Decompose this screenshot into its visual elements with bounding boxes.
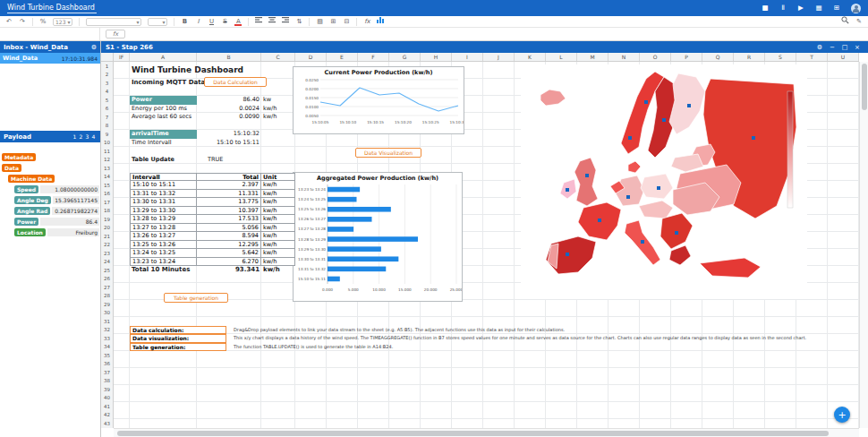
row-header-21[interactable]: 21 (101, 232, 113, 241)
pause-icon[interactable]: Ⅱ (774, 0, 792, 16)
text-color-icon[interactable]: A (234, 16, 242, 27)
interval-table-cell[interactable]: 13:28 to 13:29 (130, 215, 197, 224)
vertical-scrollbar-thumb[interactable] (862, 64, 867, 110)
percent-format-icon[interactable]: % (39, 16, 47, 27)
column-header-U[interactable]: U (828, 53, 859, 61)
payload-node-data[interactable]: Data (0, 163, 100, 173)
note-label-table-generation[interactable]: Table generation: (130, 343, 226, 352)
stop-icon[interactable]: ■ (756, 0, 774, 16)
interval-table-cell[interactable]: kw/h (261, 181, 295, 190)
borders-icon[interactable]: ⊞ (329, 16, 336, 27)
vertical-align-icon[interactable]: ⇅ (295, 16, 302, 27)
interval-table-cell[interactable]: 5.056 (197, 224, 261, 233)
play-icon[interactable]: ▶ (792, 0, 810, 16)
edit-mode-icon[interactable]: ✎ (855, 16, 863, 27)
cell-power-label[interactable]: Power (130, 96, 197, 105)
align-left-icon[interactable] (255, 16, 262, 27)
payload-level-4[interactable]: 4 (90, 133, 97, 140)
interval-table-cell[interactable]: kw/h (261, 241, 295, 250)
row-header-34[interactable]: 34 (101, 343, 113, 352)
interval-table-cell[interactable]: kw/h (261, 207, 295, 216)
fill-color-icon[interactable]: ▧ (316, 16, 323, 27)
payload-key-chip[interactable]: Speed (14, 185, 38, 193)
column-header-C[interactable]: C (261, 53, 295, 61)
column-header-M[interactable]: M (577, 53, 608, 61)
note-label-data-calculation[interactable]: Data calculation: (130, 326, 226, 335)
column-header-R[interactable]: R (734, 53, 765, 61)
apps-icon[interactable]: ⊞ (828, 0, 846, 16)
interval-table-cell[interactable]: 15:10 to 15:11 (130, 181, 197, 190)
interval-table-cell[interactable]: 13:31 to 13:32 (130, 190, 197, 199)
column-header-G[interactable]: G (389, 53, 421, 61)
interval-table-cell[interactable]: 13:27 to 13:28 (130, 224, 197, 233)
row-header-24[interactable]: 24 (101, 258, 113, 267)
cell-total-label[interactable]: Total 10 Minutes (132, 266, 190, 275)
interval-table-header-cell[interactable]: Unit (261, 173, 295, 182)
cell-time-intervall-label[interactable]: Time Intervall (132, 139, 172, 148)
horizontal-scrollbar[interactable] (114, 428, 859, 437)
interval-table-cell[interactable]: kw/h (261, 249, 295, 258)
interval-table-cell[interactable]: 13:30 to 13:31 (130, 198, 197, 207)
row-header-33[interactable]: 33 (101, 334, 113, 343)
cell-average-unit[interactable]: kw/h (263, 113, 277, 122)
align-right-icon[interactable] (282, 16, 289, 27)
row-header-35[interactable]: 35 (101, 351, 113, 360)
interval-table-cell[interactable]: 2.397 (197, 181, 261, 190)
row-header-8[interactable]: 8 (101, 122, 113, 131)
interval-table-cell[interactable]: 13:23 to 13:24 (130, 258, 197, 267)
cell-average-label[interactable]: Average last 60 secs (132, 113, 191, 122)
row-header-6[interactable]: 6 (101, 105, 113, 114)
column-header-J[interactable]: J (483, 53, 515, 61)
column-header-K[interactable]: K (515, 53, 546, 61)
column-header-H[interactable]: H (421, 53, 452, 61)
europe-map[interactable] (521, 64, 807, 299)
payload-node-angle-deg[interactable]: Angle Deg15.3965117145 (0, 195, 100, 205)
interval-table-cell[interactable]: 11.331 (197, 190, 261, 199)
row-header-9[interactable]: 9 (101, 130, 113, 139)
cell-time-intervall-value[interactable]: 15:10 to 15:11 (197, 139, 260, 148)
row-header-29[interactable]: 29 (101, 300, 113, 309)
sheet-title[interactable]: S1 - Stap 266 (106, 44, 153, 51)
row-header-14[interactable]: 14 (101, 173, 113, 182)
payload-level-2[interactable]: 2 (78, 133, 84, 140)
row-header-1[interactable]: 1 (101, 62, 113, 71)
column-header-Q[interactable]: Q (702, 53, 734, 61)
vertical-scrollbar[interactable] (859, 62, 868, 428)
row-header-26[interactable]: 26 (101, 275, 113, 284)
interval-table-cell[interactable]: kw/h (261, 198, 295, 207)
payload-key-chip[interactable]: Location (14, 228, 46, 236)
row-header-41[interactable]: 41 (101, 402, 113, 411)
insert-chart-icon[interactable] (377, 16, 385, 27)
column-header-A[interactable]: A (130, 53, 197, 61)
interval-table-cell[interactable]: 12.295 (197, 241, 261, 250)
interval-table-cell[interactable]: 8.594 (197, 232, 261, 241)
inbox-message[interactable]: Wind_Data 17:10:31.984 (0, 53, 100, 64)
column-header-F[interactable]: F (358, 53, 389, 61)
font-size-select[interactable]: ▾ (148, 18, 167, 26)
undo-icon[interactable]: ↶ (5, 16, 13, 27)
payload-key-chip[interactable]: Data (2, 164, 21, 172)
row-header-3[interactable]: 3 (101, 79, 113, 88)
row-header-42[interactable]: 42 (101, 411, 113, 420)
row-header-38[interactable]: 38 (101, 377, 113, 386)
cell-name-box[interactable] (0, 28, 100, 40)
row-header-27[interactable]: 27 (101, 283, 113, 292)
maximize-icon[interactable]: □ (838, 44, 851, 51)
column-header-O[interactable]: O (640, 53, 671, 61)
fx-icon[interactable]: fx (106, 30, 125, 39)
column-header-IF[interactable]: IF (114, 53, 130, 61)
row-header-43[interactable]: 43 (101, 419, 113, 428)
payload-key-chip[interactable]: Power (14, 218, 38, 226)
cell-a1-dashboard-title[interactable]: Wind Turbine Dashboard (132, 64, 243, 76)
row-header-13[interactable]: 13 (101, 164, 113, 173)
strikethrough-button[interactable]: S (221, 16, 228, 27)
interval-table-cell[interactable]: 5.642 (197, 249, 261, 258)
inbox-settings-icon[interactable]: ⚙ (91, 44, 97, 51)
interval-table-cell[interactable]: 13:26 to 13:27 (130, 232, 197, 241)
payload-level-1[interactable]: 1 (72, 133, 78, 140)
row-header-23[interactable]: 23 (101, 249, 113, 258)
font-family-select[interactable]: ▾ (86, 18, 141, 26)
select-all-corner[interactable] (101, 53, 114, 62)
zoom-icon[interactable] (841, 16, 849, 28)
interval-table-cell[interactable]: 17.533 (197, 215, 261, 224)
